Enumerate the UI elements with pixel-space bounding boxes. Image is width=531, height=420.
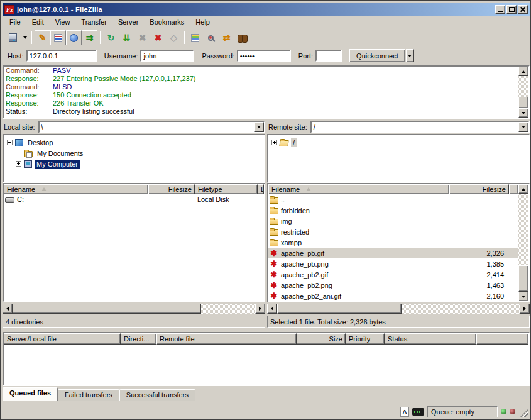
compare-button[interactable] bbox=[203, 30, 219, 45]
tree-row-my-computer[interactable]: My Computer bbox=[4, 158, 264, 169]
transfer-type-ascii-icon[interactable]: A bbox=[400, 407, 409, 417]
tab-queued-files[interactable]: Queued files bbox=[3, 387, 58, 401]
local-site-dropdown-button[interactable] bbox=[254, 122, 264, 132]
remote-site-dropdown-button[interactable] bbox=[518, 122, 528, 132]
column-header-filename[interactable]: Filename bbox=[4, 184, 148, 194]
tab-successful-transfers[interactable]: Successful transfers bbox=[119, 389, 195, 401]
remote-file-row-selected[interactable]: ✱apache_pb.gif 2,326 bbox=[268, 248, 518, 258]
local-file-row[interactable]: C: Local Disk bbox=[4, 194, 264, 204]
menu-file[interactable]: File bbox=[4, 17, 26, 28]
desktop-icon bbox=[15, 139, 23, 146]
toggle-transfer-queue-button[interactable]: ⇉ bbox=[82, 30, 97, 45]
refresh-button[interactable]: ↻ bbox=[103, 30, 119, 45]
scroll-up-icon bbox=[522, 188, 525, 191]
file-type: Local Disk bbox=[195, 196, 258, 203]
quickconnect-dropdown-button[interactable] bbox=[406, 49, 414, 62]
column-header-remote-file[interactable]: Remote file bbox=[156, 333, 297, 345]
file-size: 2,414 bbox=[449, 271, 509, 279]
speed-limit-icon[interactable] bbox=[412, 408, 424, 416]
tab-failed-transfers[interactable]: Failed transfers bbox=[58, 389, 119, 401]
sync-browsing-button[interactable]: ⇄ bbox=[219, 30, 234, 45]
scrollbar-thumb[interactable] bbox=[518, 265, 528, 292]
reconnect-button[interactable]: ◇ bbox=[166, 30, 182, 45]
menu-help[interactable]: Help bbox=[190, 17, 216, 28]
remote-site-combo[interactable]: / bbox=[310, 121, 530, 133]
tree-row-my-documents[interactable]: My Documents bbox=[4, 148, 264, 158]
local-site-value: \ bbox=[40, 123, 254, 131]
collapse-icon[interactable] bbox=[7, 140, 13, 145]
close-button[interactable] bbox=[518, 5, 528, 14]
toggle-remote-tree-button[interactable] bbox=[66, 30, 82, 45]
remote-file-row[interactable]: img bbox=[268, 216, 518, 226]
log-scrollbar[interactable] bbox=[518, 67, 528, 118]
password-label: Password: bbox=[202, 52, 234, 60]
host-input[interactable] bbox=[26, 50, 97, 62]
remote-file-row[interactable]: ✱apache_pb2.png 1,463 bbox=[268, 280, 518, 290]
scrollbar-thumb[interactable] bbox=[277, 304, 402, 314]
tree-row-root[interactable]: / bbox=[268, 137, 528, 148]
remote-file-row[interactable]: xampp bbox=[268, 237, 518, 248]
disconnect-button[interactable]: ✖ bbox=[150, 30, 166, 45]
title-bar[interactable]: Fz john@127.0.0.1 - FileZilla bbox=[3, 3, 530, 16]
find-button[interactable] bbox=[234, 30, 250, 45]
menu-view[interactable]: View bbox=[50, 17, 76, 28]
password-input[interactable] bbox=[237, 50, 291, 62]
filter-button[interactable] bbox=[187, 30, 203, 45]
binoculars-icon bbox=[238, 35, 248, 41]
toggle-local-tree-button[interactable] bbox=[50, 30, 66, 45]
local-site-combo[interactable]: \ bbox=[38, 121, 265, 133]
scrollbar-thumb[interactable] bbox=[518, 97, 528, 108]
column-header-filename[interactable]: Filename bbox=[268, 184, 449, 194]
tree-row-desktop[interactable]: Desktop bbox=[4, 137, 264, 148]
column-header-filesize[interactable]: Filesize bbox=[148, 184, 195, 194]
remote-tree-globe-icon bbox=[70, 34, 78, 42]
log-text: 226 Transfer OK bbox=[53, 99, 104, 108]
expand-icon[interactable] bbox=[16, 161, 21, 167]
column-header-status[interactable]: Status bbox=[385, 333, 476, 345]
maximize-button[interactable] bbox=[506, 5, 517, 14]
sort-ascending-icon bbox=[306, 187, 311, 191]
log-line: Status:Directory listing successful bbox=[4, 108, 528, 116]
remote-list-scrollbar[interactable] bbox=[518, 184, 528, 301]
remote-file-row[interactable]: .. bbox=[268, 194, 518, 205]
expand-icon[interactable] bbox=[271, 140, 277, 145]
log-label: Response: bbox=[4, 91, 53, 99]
filezilla-logo-icon: Fz bbox=[4, 5, 14, 14]
column-header-filesize[interactable]: Filesize bbox=[449, 184, 509, 194]
scrollbar-thumb[interactable] bbox=[13, 304, 201, 314]
remote-file-row[interactable]: forbidden bbox=[268, 205, 518, 216]
remote-file-row[interactable]: ✱apache_pb.png 1,385 bbox=[268, 258, 518, 269]
remote-file-row[interactable]: ✱apache_pb2_ani.gif 2,160 bbox=[268, 290, 518, 301]
menu-bookmarks[interactable]: Bookmarks bbox=[144, 17, 190, 28]
remote-horizontal-scrollbar[interactable] bbox=[267, 304, 530, 314]
menu-edit[interactable]: Edit bbox=[26, 17, 50, 28]
quickconnect-button[interactable]: Quickconnect bbox=[349, 49, 405, 62]
toggle-message-log-button[interactable]: ✎ bbox=[35, 30, 50, 45]
minimize-button[interactable] bbox=[495, 5, 505, 14]
username-input[interactable] bbox=[140, 50, 194, 62]
tree-label: My Documents bbox=[35, 149, 85, 158]
column-header-filetype[interactable]: Filetype bbox=[195, 184, 258, 194]
column-header-server-local-file[interactable]: Server/Local file bbox=[4, 333, 121, 345]
cancel-button[interactable]: ✖ bbox=[134, 30, 150, 45]
local-horizontal-scrollbar[interactable] bbox=[3, 304, 265, 314]
port-input[interactable] bbox=[315, 50, 342, 62]
log-text: Directory listing successful bbox=[53, 108, 134, 116]
image-file-icon: ✱ bbox=[270, 270, 278, 279]
remote-file-row[interactable]: ✱apache_pb2.gif 2,414 bbox=[268, 269, 518, 280]
menu-server[interactable]: Server bbox=[112, 17, 144, 28]
site-manager-button[interactable] bbox=[5, 30, 21, 45]
site-manager-dropdown-button[interactable] bbox=[21, 30, 29, 45]
column-header-priority[interactable]: Priority bbox=[346, 333, 385, 345]
column-header-lastmodified[interactable]: L bbox=[258, 184, 264, 194]
resize-grip[interactable] bbox=[520, 409, 528, 417]
column-header-size[interactable]: Size bbox=[297, 333, 346, 345]
local-list-header: Filename Filesize Filetype L bbox=[4, 184, 264, 194]
process-queue-button[interactable]: ⇊ bbox=[119, 30, 134, 45]
column-header-direction[interactable]: Directi... bbox=[121, 333, 156, 345]
menu-transfer[interactable]: Transfer bbox=[75, 17, 112, 28]
disconnect-icon: ✖ bbox=[155, 33, 162, 42]
filezilla-window: Fz john@127.0.0.1 - FileZilla File Edit … bbox=[0, 0, 531, 420]
remote-file-row[interactable]: restricted bbox=[268, 226, 518, 237]
log-line: Command:MLSD bbox=[4, 83, 528, 91]
